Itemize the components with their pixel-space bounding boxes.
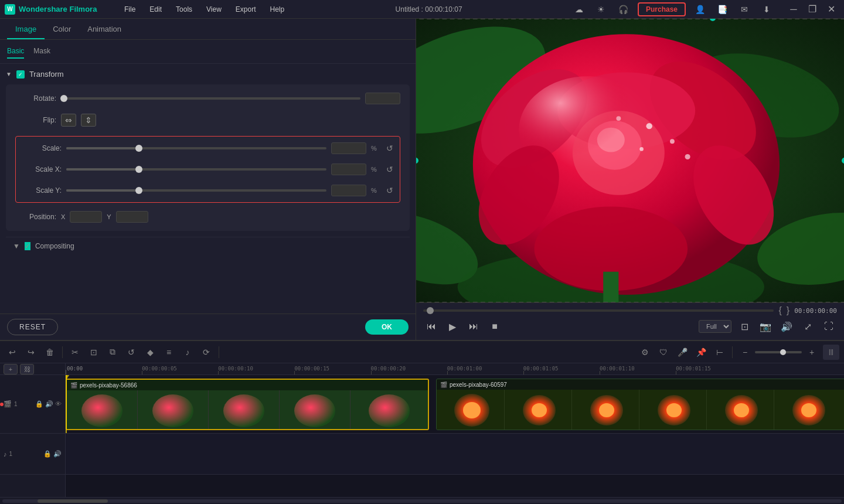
volume-button[interactable]: 🔊 [778,318,795,335]
detach-button[interactable]: ⛓ [20,364,34,374]
redo-button[interactable]: ↪ [23,345,39,360]
ruler-mark-105: 00:00:01:05 [523,366,559,372]
scale-row: Scale: 121.00 % ↺ [21,142,395,154]
undo-button[interactable]: ↩ [5,345,20,360]
frame-export-button[interactable]: ⤢ [799,318,816,335]
rotate-left-button[interactable]: ↺ [124,345,139,360]
tab-animation[interactable]: Animation [79,20,130,39]
menu-help[interactable]: Help [268,3,287,16]
play-pause-button[interactable]: ▶ [444,318,461,335]
close-button[interactable]: ✕ [823,1,839,18]
toolbar-sep-1 [62,346,63,358]
add-track-button[interactable]: + [4,364,18,374]
transform-checkbox[interactable]: ✓ [16,70,25,79]
purchase-button[interactable]: Purchase [638,2,686,16]
shield-button[interactable]: 🛡 [656,345,671,360]
scale-x-slider[interactable] [66,168,326,171]
transform-toggle[interactable]: ▼ [6,71,12,77]
progress-track[interactable] [423,309,774,312]
stop-button[interactable]: ■ [486,318,503,335]
scale-reset-button[interactable]: ↺ [384,144,395,153]
snapshot-button[interactable]: 📷 [757,318,774,335]
tab-color[interactable]: Color [45,20,79,39]
filter-button[interactable]: ≡ [161,345,176,360]
reset-button[interactable]: RESET [7,319,58,335]
cut-button[interactable]: ✂ [67,345,83,360]
svg-point-55 [734,403,749,417]
headset-icon[interactable]: 🎧 [615,1,632,18]
scale-x-value[interactable]: 121.00 [331,164,366,175]
zoom-in-button[interactable]: + [804,345,819,360]
zoom-out-button[interactable]: − [737,345,753,360]
svg-rect-47 [571,390,572,430]
bracket-right[interactable]: } [787,305,789,316]
bookmark-icon[interactable]: 📑 [714,1,730,18]
menu-edit[interactable]: Edit [147,3,164,16]
zoom-slider-thumb[interactable] [780,349,786,355]
menu-tools[interactable]: Tools [173,3,195,16]
ruler-mark-0: 00:00 [66,366,83,372]
delete-button[interactable]: 🗑 [42,345,57,360]
scrollbar-thumb[interactable] [38,499,108,503]
clip-dahlias[interactable]: 🎬 pexels-pixabay-60597 [436,379,844,430]
track-number: 1 [14,401,18,407]
bracket-left[interactable]: { [778,305,781,316]
crop-button[interactable]: ⊡ [86,345,101,360]
scale-x-reset-button[interactable]: ↺ [384,165,395,174]
flip-vertical-button[interactable]: ⇕ [81,114,96,127]
maximize-button[interactable]: ❐ [804,1,821,18]
track-lock-button[interactable]: 🔒 [35,400,43,408]
scale-y-value[interactable]: 121.00 [331,185,366,196]
layout-button[interactable]: ⊡ [736,318,753,335]
scale-value[interactable]: 121.00 [331,142,366,154]
quality-selector[interactable]: Full 1/2 1/4 [699,320,731,333]
audio-mute-button[interactable]: 🔊 [53,450,62,458]
video-track-row[interactable]: 🎬 pexels-pixabay-56866 [66,375,844,434]
speed-button[interactable]: ⟳ [199,345,214,360]
minimize-button[interactable]: ─ [785,1,802,18]
rotate-value[interactable]: 0.00 [365,93,400,104]
audio-lock-button[interactable]: 🔒 [43,450,52,458]
mail-icon[interactable]: ✉ [736,1,753,18]
sub-tab-basic[interactable]: Basic [7,45,24,59]
scrollbar-track[interactable] [2,499,842,503]
track-hide-button[interactable]: 👁 [55,400,62,408]
audio-button[interactable]: ♪ [180,345,195,360]
track-mute-button[interactable]: 🔊 [45,400,53,408]
rotate-slider[interactable] [61,97,360,100]
prev-frame-button[interactable]: ⏮ [423,318,440,335]
copy-button[interactable]: ⧉ [105,345,120,360]
menu-file[interactable]: File [122,3,138,16]
scale-y-slider[interactable] [66,189,326,192]
profile-icon[interactable]: 👤 [692,1,708,18]
split-button[interactable]: ⊢ [712,345,727,360]
pin-button[interactable]: 📌 [693,345,709,360]
tab-image[interactable]: Image [7,20,45,39]
cloud-icon[interactable]: ☁ [571,1,587,18]
flip-horizontal-button[interactable]: ⇔ [61,114,76,127]
hidden-section-checkbox[interactable]: ✓ [25,242,30,250]
position-y-input[interactable]: 0.0 [116,211,148,223]
toolbar-sep-2 [219,346,219,358]
forward-button[interactable]: ⏭ [465,318,482,335]
hidden-section-toggle[interactable]: ▼ [13,242,20,250]
expand-button[interactable]: ||| [823,345,839,360]
fullscreen-button[interactable]: ⛶ [821,318,837,335]
preview-right-handle[interactable] [842,158,844,164]
scale-slider[interactable] [66,147,326,149]
clip-roses[interactable]: 🎬 pexels-pixabay-56866 [66,379,429,430]
download-icon[interactable]: ⬇ [758,1,775,18]
progress-thumb[interactable] [427,307,434,314]
settings-button[interactable]: ⚙ [637,345,652,360]
ok-button[interactable]: OK [365,319,409,335]
marker-button[interactable]: ◆ [142,345,158,360]
position-x-input[interactable]: 0.0 [70,211,102,223]
mic-button[interactable]: 🎤 [675,345,690,360]
scale-y-reset-button[interactable]: ↺ [384,186,395,195]
sub-tab-mask[interactable]: Mask [33,45,50,59]
audio-track-row[interactable] [66,434,844,475]
menu-export[interactable]: Export [233,3,258,16]
menu-view[interactable]: View [204,3,224,16]
sun-icon[interactable]: ☀ [593,1,610,18]
zoom-slider[interactable] [755,351,802,353]
